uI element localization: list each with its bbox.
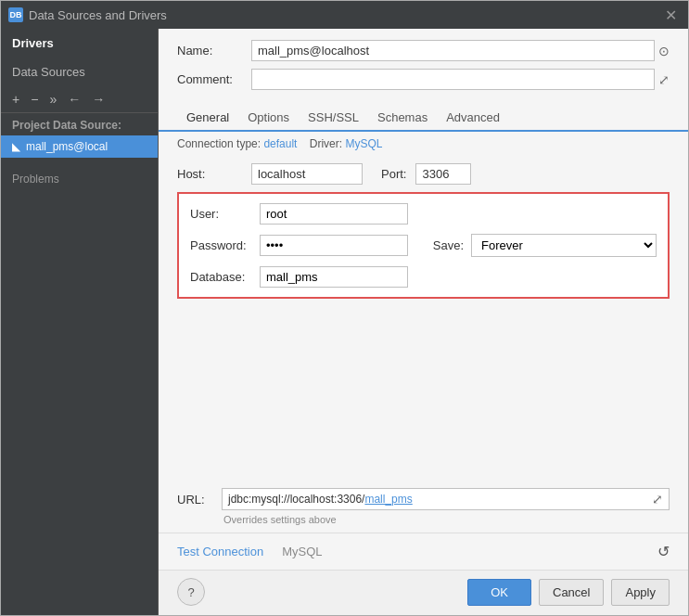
user-input[interactable] bbox=[260, 203, 408, 225]
url-row: URL: jdbc:mysql://localhost:3306/mall_pm… bbox=[177, 488, 670, 510]
tab-sshssl[interactable]: SSH/SSL bbox=[299, 105, 368, 132]
refresh-icon[interactable]: ↺ bbox=[657, 543, 670, 560]
password-save-row: Password: Save: Forever Until restart Ne… bbox=[190, 234, 657, 257]
comment-expand-icon[interactable]: ⤢ bbox=[658, 72, 670, 87]
save-container: Save: Forever Until restart Never bbox=[433, 234, 657, 257]
database-input[interactable] bbox=[260, 266, 408, 288]
main-content: Drivers Data Sources + − » ← → Project D… bbox=[1, 29, 688, 615]
help-button[interactable]: ? bbox=[177, 578, 205, 606]
password-row: Password: bbox=[190, 235, 415, 256]
remove-button[interactable]: − bbox=[27, 90, 42, 109]
url-plain: jdbc:mysql://localhost:3306/mall_pms bbox=[228, 493, 648, 506]
form-header: Name: ⊙ Comment: ⤢ bbox=[159, 29, 688, 105]
save-select[interactable]: Forever Until restart Never bbox=[471, 234, 657, 257]
port-input[interactable] bbox=[415, 163, 471, 185]
copy-button[interactable]: » bbox=[45, 90, 60, 109]
url-link[interactable]: mall_pms bbox=[364, 493, 412, 506]
database-icon: ◣ bbox=[12, 140, 20, 153]
tab-options[interactable]: Options bbox=[238, 105, 299, 132]
ok-button[interactable]: OK bbox=[467, 579, 531, 606]
tab-advanced[interactable]: Advanced bbox=[437, 105, 509, 132]
comment-label: Comment: bbox=[177, 72, 251, 86]
dialog-window: DB Data Sources and Drivers ✕ Drivers Da… bbox=[0, 0, 689, 616]
driver-value[interactable]: MySQL bbox=[345, 137, 382, 150]
name-input-container: ⊙ bbox=[251, 40, 670, 61]
cancel-button[interactable]: Cancel bbox=[539, 579, 604, 606]
apply-button[interactable]: Apply bbox=[611, 579, 670, 606]
bottom-toolbar: Test Connection MySQL ↺ bbox=[159, 533, 688, 570]
name-label: Name: bbox=[177, 44, 251, 58]
password-input[interactable] bbox=[260, 235, 408, 256]
database-row: Database: bbox=[190, 266, 657, 288]
project-label: Project Data Source: bbox=[1, 113, 158, 135]
connection-info: Connection type: default Driver: MySQL bbox=[159, 132, 688, 156]
save-label: Save: bbox=[433, 238, 464, 252]
comment-input-container: ⤢ bbox=[251, 69, 670, 90]
test-connection-button[interactable]: Test Connection bbox=[177, 541, 263, 562]
port-label: Port: bbox=[381, 167, 406, 181]
dialog-buttons: ? OK Cancel Apply bbox=[159, 570, 688, 615]
name-row: Name: ⊙ bbox=[177, 40, 670, 61]
url-section: URL: jdbc:mysql://localhost:3306/mall_pm… bbox=[159, 481, 688, 533]
sidebar: Drivers Data Sources + − » ← → Project D… bbox=[1, 29, 159, 615]
user-row: User: bbox=[190, 203, 657, 225]
app-icon: DB bbox=[8, 7, 23, 22]
fields-area: Host: Port: User: Password: bbox=[159, 156, 688, 481]
tabs-bar: General Options SSH/SSL Schemas Advanced bbox=[159, 105, 688, 132]
sidebar-datasources[interactable]: Data Sources bbox=[1, 58, 158, 86]
sidebar-item-mall-pms[interactable]: ◣ mall_pms@local bbox=[1, 135, 158, 158]
tab-schemas[interactable]: Schemas bbox=[368, 105, 437, 132]
title-bar: DB Data Sources and Drivers ✕ bbox=[1, 1, 688, 29]
dialog-title: Data Sources and Drivers bbox=[29, 8, 661, 22]
connection-type-value[interactable]: default bbox=[263, 137, 297, 150]
host-input[interactable] bbox=[251, 163, 363, 185]
name-input[interactable] bbox=[251, 40, 655, 61]
host-row: Host: Port: bbox=[177, 163, 670, 185]
right-panel: Name: ⊙ Comment: ⤢ General Opti bbox=[159, 29, 688, 615]
url-hint: Overrides settings above bbox=[223, 514, 670, 525]
url-label: URL: bbox=[177, 493, 222, 507]
connection-type-label: Connection type: bbox=[177, 137, 261, 150]
mysql-label: MySQL bbox=[282, 545, 322, 558]
url-expand-icon[interactable]: ⤢ bbox=[652, 492, 663, 507]
database-label: Database: bbox=[190, 270, 260, 284]
expand-icon[interactable]: ⊙ bbox=[658, 44, 670, 58]
comment-input[interactable] bbox=[251, 69, 655, 90]
close-button[interactable]: ✕ bbox=[661, 6, 681, 24]
password-label: Password: bbox=[190, 238, 260, 252]
add-button[interactable]: + bbox=[8, 90, 23, 109]
host-label: Host: bbox=[177, 167, 251, 181]
credentials-section: User: Password: Save: Forever Until bbox=[177, 192, 670, 299]
comment-row: Comment: ⤢ bbox=[177, 69, 670, 90]
sidebar-problems: Problems bbox=[1, 165, 158, 193]
sidebar-drivers[interactable]: Drivers bbox=[1, 29, 158, 58]
sidebar-toolbar: + − » ← → bbox=[1, 86, 158, 113]
back-button[interactable]: ← bbox=[64, 90, 84, 109]
sidebar-item-label: mall_pms@local bbox=[26, 140, 108, 153]
forward-button[interactable]: → bbox=[88, 90, 108, 109]
driver-label: Driver: bbox=[310, 137, 342, 150]
url-input-container: jdbc:mysql://localhost:3306/mall_pms ⤢ bbox=[222, 488, 670, 510]
tab-general[interactable]: General bbox=[177, 105, 238, 132]
user-label: User: bbox=[190, 207, 260, 221]
